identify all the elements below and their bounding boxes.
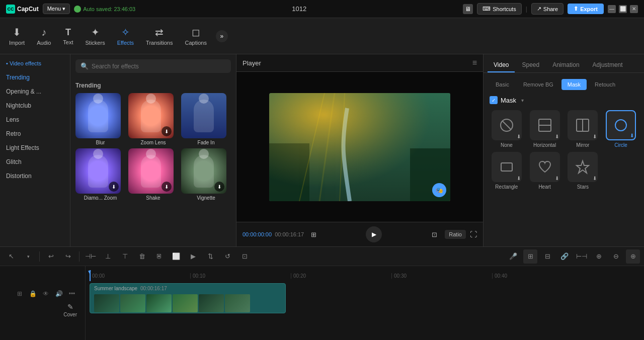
sidebar-item-distortion[interactable]: Distortion — [0, 169, 70, 183]
ratio-button[interactable]: Ratio — [445, 230, 466, 239]
sidebar-item-lens[interactable]: Lens — [0, 113, 70, 127]
thumb-3 — [146, 294, 172, 312]
add-button[interactable]: ⊕ — [626, 249, 640, 264]
tool-import[interactable]: ⬇ Import — [4, 23, 30, 49]
mask-dropdown-icon[interactable]: ▾ — [521, 98, 524, 103]
export-button[interactable]: ⬆ Export — [568, 4, 604, 14]
eye-icon[interactable]: 👁 — [41, 289, 51, 299]
horizontal-icon — [537, 117, 553, 133]
fullscreen-button[interactable]: ⛶ — [470, 230, 477, 238]
sub-tab-basic[interactable]: Basic — [490, 79, 515, 90]
monitor-icon[interactable]: 🖥 — [463, 4, 473, 14]
tab-video[interactable]: Video — [488, 58, 515, 72]
mask-item-circle[interactable]: ⬇ Circle — [604, 110, 638, 148]
download-vignette-icon[interactable]: ⬇ — [214, 182, 224, 192]
effect-card-zoom-lens[interactable]: ⬇ Zoom Lens — [128, 93, 178, 145]
tab-speed[interactable]: Speed — [516, 58, 545, 72]
video-clip[interactable]: Summer landscape 00:00:16:17 — [90, 283, 286, 313]
share-button[interactable]: ↗ Share — [531, 3, 564, 15]
playhead[interactable] — [90, 270, 91, 281]
sub-tab-retouch[interactable]: Retouch — [589, 79, 621, 90]
split-track-button[interactable]: ⊢⊣ — [575, 249, 589, 264]
effect-card-shake[interactable]: ⬇ Shake — [128, 148, 178, 201]
left-panel: • Video effects Trending Opening & ... N… — [0, 54, 70, 246]
sidebar-item-nightclub[interactable]: Nightclub — [0, 99, 70, 113]
download-zoom-icon[interactable]: ⬇ — [162, 126, 172, 136]
volume-icon[interactable]: 🔊 — [54, 289, 64, 299]
timeline-left-panel: ⊞ 🔒 👁 🔊 ••• ✎ Cover — [0, 266, 86, 340]
sidebar-item-retro[interactable]: Retro — [0, 127, 70, 141]
tab-animation[interactable]: Animation — [546, 58, 585, 72]
mask-item-rectangle[interactable]: ⬇ Rectangle — [490, 152, 524, 190]
split-button[interactable]: ⊣⊢ — [84, 249, 98, 264]
flip-button[interactable]: ⇅ — [203, 249, 217, 264]
link-button[interactable]: 🔗 — [557, 249, 572, 264]
sub-tab-remove-bg[interactable]: Remove BG — [517, 79, 559, 90]
sidebar-item-light-effects[interactable]: Light Effects — [0, 141, 70, 155]
select-dropdown-button[interactable]: ▾ — [21, 249, 35, 264]
split-vertical-button[interactable]: ⊥ — [101, 249, 115, 264]
time-display: 00:00:00:00 00:00:16:17 ⊞ — [243, 228, 320, 241]
tool-text[interactable]: T Text — [58, 24, 78, 48]
search-bar[interactable]: 🔍 — [75, 59, 231, 73]
undo-button[interactable]: ↩ — [44, 249, 58, 264]
tool-effects[interactable]: ✧ Effects — [112, 23, 139, 49]
timeline-right-controls: 🎤 ⊞ ⊟ 🔗 ⊢⊣ ⊕ ⊖ ⊕ — [506, 249, 640, 264]
tab-adjustment[interactable]: Adjustment — [587, 58, 629, 72]
mask-item-none[interactable]: ⬇ None — [490, 110, 524, 148]
search-input[interactable] — [92, 63, 226, 70]
select-tool-button[interactable]: ↖ — [4, 249, 18, 264]
close-button[interactable]: ✕ — [630, 5, 638, 13]
grid-view-button[interactable]: ⊞ — [307, 228, 320, 241]
expand-icon[interactable]: ⊞ — [15, 289, 25, 299]
effects-panel: 🔍 Trending Blur — [70, 54, 236, 246]
sidebar-item-trending[interactable]: Trending — [0, 70, 70, 84]
none-icon — [499, 117, 515, 133]
download-diamond-icon[interactable]: ⬇ — [109, 182, 119, 192]
sidebar-item-glitch[interactable]: Glitch — [0, 155, 70, 169]
effect-card-diamond-zoom[interactable]: ⬇ Diamo... Zoom — [75, 148, 125, 201]
mask-item-horizontal[interactable]: ⬇ Horizontal — [528, 110, 562, 148]
search-icon: 🔍 — [80, 62, 89, 70]
sub-tab-mask[interactable]: Mask — [561, 79, 587, 90]
mic-button[interactable]: 🎤 — [506, 249, 520, 264]
mask-item-heart[interactable]: ⬇ Heart — [528, 152, 562, 190]
delete-button[interactable]: 🗑 — [135, 249, 149, 264]
tool-audio[interactable]: ♪ Audio — [32, 24, 56, 49]
split-horizontal-button[interactable]: ⊤ — [118, 249, 132, 264]
mask-checkbox[interactable]: ✓ — [490, 96, 498, 104]
shortcuts-button[interactable]: ⌨ Shortcuts — [477, 3, 521, 15]
effect-card-blur[interactable]: Blur — [75, 93, 125, 145]
crop-timeline-button[interactable]: ⬜ — [169, 249, 183, 264]
download-shake-icon[interactable]: ⬇ — [162, 182, 172, 192]
tool-transitions[interactable]: ⇄ Transitions — [141, 23, 178, 49]
effect-card-vignette[interactable]: ⬇ Vignette — [181, 148, 231, 201]
mask-item-mirror[interactable]: ⬇ Mirror — [566, 110, 600, 148]
lock-icon[interactable]: 🔒 — [28, 289, 38, 299]
tool-stickers[interactable]: ✦ Stickers — [80, 23, 110, 49]
crop-button[interactable]: ⊡ — [428, 228, 441, 241]
sidebar-item-opening[interactable]: Opening & ... — [0, 84, 70, 99]
minus-button[interactable]: ⊖ — [609, 249, 623, 264]
play-timeline-button[interactable]: ▶ — [186, 249, 200, 264]
track-button1[interactable]: ⊞ — [523, 249, 537, 264]
play-button[interactable]: ▶ — [366, 226, 382, 242]
crop-square-button[interactable]: ⊡ — [237, 249, 252, 264]
minimize-button[interactable]: — — [608, 5, 616, 13]
player-menu-icon[interactable]: ≡ — [472, 58, 477, 67]
shield-button[interactable]: ⛨ — [152, 249, 166, 264]
zoom-button[interactable]: ⊕ — [592, 249, 606, 264]
menu-button[interactable]: Menu ▾ — [43, 4, 70, 14]
video-thumbnail — [269, 93, 450, 201]
tool-captions[interactable]: ◻ Captions — [180, 23, 211, 49]
rotate-button[interactable]: ↺ — [220, 249, 234, 264]
track-button2[interactable]: ⊟ — [540, 249, 554, 264]
maximize-button[interactable]: ⬜ — [619, 5, 627, 13]
more-icon[interactable]: ••• — [67, 289, 77, 299]
cover-icon: ✎ — [67, 303, 73, 311]
redo-button[interactable]: ↪ — [61, 249, 75, 264]
cover-button[interactable]: ✎ Cover — [63, 303, 77, 317]
mask-item-stars[interactable]: ⬇ Stars — [566, 152, 600, 190]
effect-card-fade-in[interactable]: Fade In — [181, 93, 231, 145]
more-tools-button[interactable]: » — [216, 30, 228, 42]
